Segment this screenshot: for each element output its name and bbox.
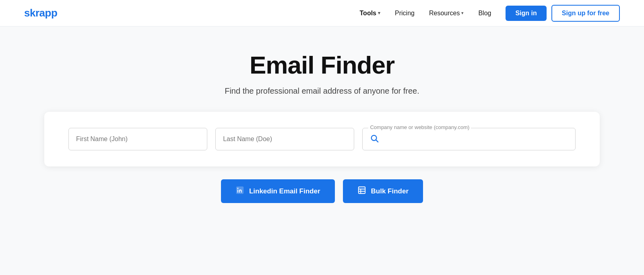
- chevron-down-icon: ▾: [378, 10, 380, 16]
- nav-blog[interactable]: Blog: [478, 10, 491, 17]
- main-content: Email Finder Find the professional email…: [0, 27, 644, 219]
- nav-buttons: Sign in Sign up for free: [506, 5, 620, 22]
- last-name-input[interactable]: [215, 128, 354, 150]
- signin-button[interactable]: Sign in: [506, 6, 546, 21]
- svg-line-1: [376, 140, 378, 142]
- nav-links: Tools ▾ Pricing Resources ▾ Blog: [360, 10, 491, 17]
- nav-tools[interactable]: Tools ▾: [360, 10, 380, 17]
- nav-resources[interactable]: Resources ▾: [429, 10, 464, 17]
- navbar-right: Tools ▾ Pricing Resources ▾ Blog Sign in…: [360, 5, 620, 22]
- company-input-wrapper: Company name or website (company.com): [362, 128, 576, 150]
- bulk-finder-button[interactable]: Bulk Finder: [343, 179, 423, 203]
- action-buttons: Linkedin Email Finder Bulk Finder: [221, 179, 423, 203]
- search-card: Company name or website (company.com): [44, 112, 600, 166]
- first-name-input[interactable]: [68, 128, 207, 150]
- chevron-down-icon: ▾: [461, 10, 464, 16]
- navbar: skrapp Tools ▾ Pricing Resources ▾ Blog …: [0, 0, 644, 27]
- page-title: Email Finder: [250, 51, 394, 79]
- linkedin-email-finder-button[interactable]: Linkedin Email Finder: [221, 179, 335, 203]
- linkedin-icon: [235, 186, 244, 197]
- page-subtitle: Find the professional email address of a…: [225, 86, 419, 96]
- bulk-icon: [357, 186, 366, 197]
- search-icon: [370, 134, 379, 145]
- svg-rect-3: [358, 187, 365, 194]
- nav-pricing[interactable]: Pricing: [395, 10, 415, 17]
- brand-logo[interactable]: skrapp: [24, 7, 57, 19]
- company-input[interactable]: [383, 135, 568, 143]
- company-floating-label: Company name or website (company.com): [368, 124, 471, 130]
- signup-button[interactable]: Sign up for free: [551, 5, 620, 22]
